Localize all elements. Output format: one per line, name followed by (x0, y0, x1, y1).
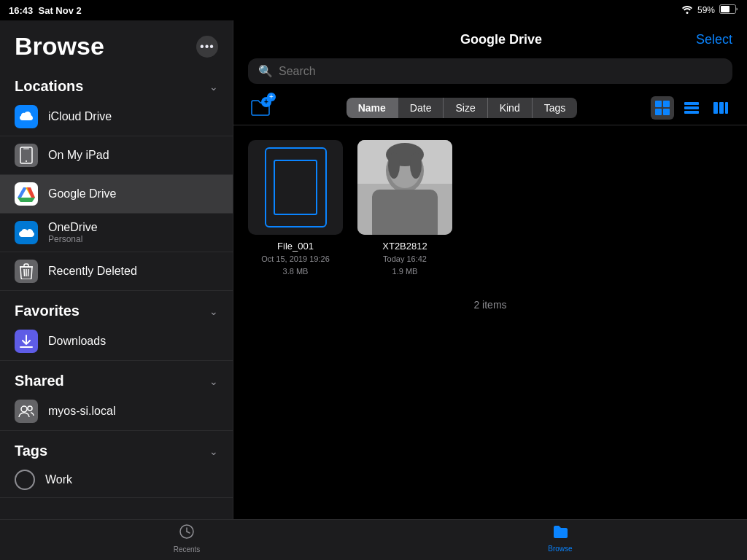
svg-rect-5 (23, 149, 29, 149)
new-folder-button[interactable]: + (248, 96, 273, 120)
content-area: Google Drive Select 🔍 + Name Date Size K… (233, 20, 747, 519)
sort-size-button[interactable]: Size (444, 98, 487, 118)
search-input[interactable] (279, 65, 722, 78)
main-layout: Browse ••• Locations ⌄ iCloud Drive (0, 20, 747, 519)
svg-rect-14 (663, 101, 670, 107)
file-item-xt2b2812[interactable]: XT2B2812 Today 16:42 1.9 MB (357, 140, 452, 277)
shared-local-text: myos-si.local (48, 405, 115, 418)
grid-view-button[interactable] (651, 96, 674, 120)
svg-rect-15 (655, 109, 662, 115)
view-buttons (651, 96, 732, 120)
recents-icon (179, 524, 195, 543)
svg-rect-13 (655, 101, 662, 107)
tags-title: Tags (15, 443, 47, 459)
sidebar-item-ipad[interactable]: On My iPad (0, 136, 233, 175)
work-tag-icon (15, 470, 35, 490)
browse-label: Browse (548, 545, 572, 553)
file-name-xt2b2812: XT2B2812 (382, 241, 427, 252)
onedrive-text: OneDrive Personal (48, 221, 98, 244)
items-count: 2 items (248, 292, 732, 318)
locations-title: Locations (15, 78, 83, 95)
sidebar: Browse ••• Locations ⌄ iCloud Drive (0, 20, 233, 519)
downloads-label: Downloads (48, 335, 106, 348)
ipad-label: On My iPad (48, 149, 109, 162)
sort-tags-button[interactable]: Tags (533, 98, 578, 118)
shared-icon (15, 400, 38, 423)
onedrive-subtitle: Personal (48, 234, 98, 244)
sidebar-item-recently-deleted[interactable]: Recently Deleted (0, 252, 233, 291)
shared-title: Shared (15, 373, 64, 389)
ipad-icon (15, 144, 38, 167)
browse-icon (552, 524, 568, 542)
search-bar: 🔍 (248, 58, 732, 84)
file-thumbnail-file001 (248, 140, 343, 235)
svg-rect-26 (372, 190, 438, 235)
gdrive-text: Google Drive (48, 187, 116, 201)
favorites-title: Favorites (15, 303, 80, 319)
gdrive-icon (15, 182, 38, 206)
wifi-icon (681, 5, 693, 16)
file-meta-file001: Oct 15, 2019 19:26 3.8 MB (261, 253, 330, 277)
file-grid: File_001 Oct 15, 2019 19:26 3.8 MB (233, 125, 747, 519)
status-time: 16:43 Sat Nov 2 (9, 5, 82, 16)
icloud-icon (15, 105, 38, 128)
file-item-file001[interactable]: File_001 Oct 15, 2019 19:26 3.8 MB (248, 140, 343, 277)
tags-chevron[interactable]: ⌄ (209, 446, 218, 457)
svg-line-33 (187, 532, 190, 533)
work-tag-label: Work (45, 473, 72, 486)
svg-line-7 (24, 269, 25, 276)
work-tag-text: Work (45, 473, 72, 486)
tags-header: Tags ⌄ (0, 431, 233, 462)
onedrive-icon (15, 221, 38, 244)
select-button[interactable]: Select (696, 32, 732, 47)
sort-date-button[interactable]: Date (398, 98, 444, 118)
svg-point-29 (388, 152, 400, 179)
battery-percent: 59% (697, 5, 715, 15)
locations-chevron[interactable]: ⌄ (209, 81, 218, 93)
sidebar-item-gdrive[interactable]: Google Drive (0, 175, 233, 214)
photo-preview (357, 140, 452, 235)
ipad-text: On My iPad (48, 149, 109, 162)
toolbar: + Name Date Size Kind Tags (233, 91, 747, 125)
sidebar-item-downloads[interactable]: Downloads (0, 322, 233, 361)
shared-local-label: myos-si.local (48, 405, 115, 418)
shared-chevron[interactable]: ⌄ (209, 376, 218, 387)
svg-line-8 (28, 269, 29, 276)
downloads-text: Downloads (48, 335, 106, 348)
svg-point-0 (686, 12, 688, 14)
svg-rect-2 (721, 6, 729, 12)
file-meta-xt2b2812: Today 16:42 1.9 MB (383, 253, 427, 277)
svg-rect-21 (719, 102, 724, 114)
svg-point-11 (21, 406, 27, 412)
svg-point-4 (26, 160, 27, 162)
locations-header: Locations ⌄ (0, 66, 233, 98)
status-bar: 16:43 Sat Nov 2 59% (0, 0, 747, 20)
sidebar-item-shared-local[interactable]: myos-si.local (0, 392, 233, 431)
content-header: Google Drive Select (233, 20, 747, 58)
content-title: Google Drive (306, 32, 696, 47)
favorites-chevron[interactable]: ⌄ (209, 306, 218, 317)
status-indicators: 59% (681, 4, 738, 16)
columns-view-button[interactable] (709, 96, 732, 120)
more-button[interactable]: ••• (196, 36, 218, 58)
gdrive-label: Google Drive (48, 187, 116, 201)
tab-recents[interactable]: Recents (0, 520, 374, 557)
battery-icon (719, 4, 738, 16)
svg-rect-20 (713, 102, 718, 114)
sidebar-item-work-tag[interactable]: Work (0, 462, 233, 498)
document-inner (274, 160, 317, 215)
recents-label: Recents (174, 545, 201, 553)
sidebar-item-icloud[interactable]: iCloud Drive (0, 98, 233, 136)
sort-name-button[interactable]: Name (347, 98, 398, 118)
tab-browse[interactable]: Browse (374, 520, 747, 557)
list-view-button[interactable] (680, 96, 703, 120)
trash-label: Recently Deleted (48, 265, 137, 278)
svg-point-12 (28, 406, 32, 411)
svg-rect-18 (684, 106, 699, 109)
trash-text: Recently Deleted (48, 265, 137, 278)
sidebar-item-onedrive[interactable]: OneDrive Personal (0, 214, 233, 252)
svg-point-30 (410, 152, 422, 179)
sort-kind-button[interactable]: Kind (488, 98, 533, 118)
favorites-header: Favorites ⌄ (0, 291, 233, 322)
file-thumbnail-xt2b2812 (357, 140, 452, 235)
